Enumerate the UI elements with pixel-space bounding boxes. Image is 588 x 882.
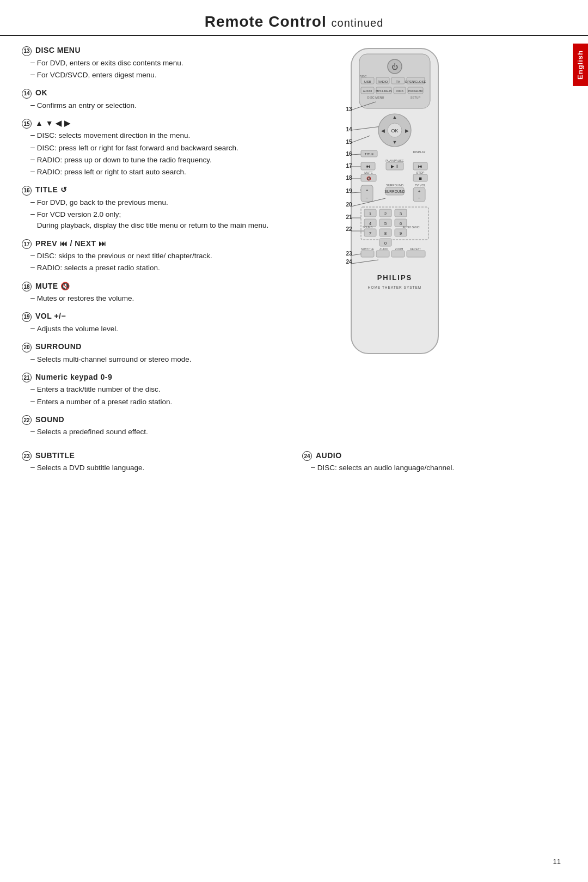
section-24: 24 AUDIO –DISC: selects an audio languag…	[302, 451, 566, 474]
svg-text:DISC: DISC	[359, 75, 366, 78]
svg-text:+: +	[366, 188, 369, 193]
section-num-14: 14	[22, 89, 32, 99]
svg-text:TV: TV	[396, 80, 400, 83]
section-title-17: PREV ⏮ / NEXT ⏭	[35, 239, 106, 248]
svg-text:SURROUND: SURROUND	[384, 190, 405, 193]
svg-text:🔇: 🔇	[366, 176, 371, 181]
svg-text:⏭: ⏭	[418, 164, 422, 169]
section-20: 20 SURROUND –Selects multi-channel surro…	[22, 342, 289, 365]
svg-text:TITLE: TITLE	[365, 153, 373, 156]
section-22: 22 SOUND –Selects a predefined sound eff…	[22, 415, 289, 438]
bottom-sections: 23 SUBTITLE –Selects a DVD subtitle lang…	[0, 451, 588, 482]
svg-text:14: 14	[346, 126, 352, 132]
svg-text:22: 22	[346, 226, 352, 232]
svg-text:REPEAT: REPEAT	[410, 247, 421, 251]
svg-text:SURROUND: SURROUND	[386, 184, 403, 187]
svg-text:−: −	[366, 196, 369, 200]
section-23: 23 SUBTITLE –Selects a DVD subtitle lang…	[22, 451, 286, 474]
svg-text:▲: ▲	[393, 114, 397, 120]
section-19: 19 VOL +/− –Adjusts the volume level.	[22, 312, 289, 334]
section-16: 16 TITLE ↺ –For DVD, go back to the prev…	[22, 185, 289, 231]
svg-text:0: 0	[384, 241, 387, 246]
svg-text:OPEN/CLOSE: OPEN/CLOSE	[405, 80, 426, 83]
svg-text:8: 8	[384, 231, 387, 236]
section-title-16: TITLE ↺	[35, 185, 67, 194]
section-title-22: SOUND	[35, 415, 64, 424]
remote-control-svg: ⏻ USB RADIO TV OPEN/CLOSE DISC AUX/DI MP…	[313, 46, 476, 362]
svg-text:17: 17	[346, 163, 352, 169]
svg-rect-97	[407, 251, 425, 257]
section-num-18: 18	[22, 282, 32, 291]
svg-text:13: 13	[346, 106, 352, 112]
svg-text:ZOOM: ZOOM	[395, 247, 403, 251]
svg-rect-96	[391, 251, 405, 257]
section-title-24: AUDIO	[316, 451, 342, 460]
remote-wrapper: ⏻ USB RADIO TV OPEN/CLOSE DISC AUX/DI MP…	[313, 46, 498, 363]
svg-text:PROGRAM: PROGRAM	[408, 89, 422, 93]
svg-text:DISPLAY: DISPLAY	[413, 150, 426, 154]
section-num-23: 23	[22, 451, 32, 461]
svg-text:SOUND: SOUND	[363, 226, 372, 229]
svg-text:⏮: ⏮	[366, 164, 370, 169]
svg-text:PLAY/PAUSE: PLAY/PAUSE	[385, 159, 404, 162]
section-21: 21 Numeric keypad 0-9 –Enters a track/ti…	[22, 373, 289, 407]
svg-text:AUDIO SYNC: AUDIO SYNC	[402, 226, 420, 229]
section-title-18: MUTE 🔇	[35, 282, 70, 290]
svg-text:23: 23	[346, 251, 352, 257]
svg-rect-95	[376, 251, 389, 257]
section-14: 14 OK –Confirms an entry or selection.	[22, 88, 289, 111]
section-title-19: VOL +/−	[35, 312, 66, 320]
svg-text:7: 7	[369, 231, 372, 236]
svg-text:2: 2	[384, 211, 387, 216]
svg-text:5: 5	[384, 221, 387, 226]
svg-text:16: 16	[346, 151, 352, 157]
section-title-20: SURROUND	[35, 342, 82, 351]
remote-image-column: ⏻ USB RADIO TV OPEN/CLOSE DISC AUX/DI MP…	[305, 46, 506, 446]
svg-text:▶: ▶	[405, 128, 409, 133]
svg-text:⏻: ⏻	[391, 63, 398, 71]
svg-text:20: 20	[346, 202, 352, 208]
svg-text:⏹: ⏹	[419, 177, 422, 180]
section-num-16: 16	[22, 186, 32, 196]
svg-text:◀: ◀	[381, 128, 385, 133]
svg-text:HOME THEATER SYSTEM: HOME THEATER SYSTEM	[368, 285, 422, 289]
section-title-21: Numeric keypad 0-9	[35, 373, 112, 381]
svg-text:DISC MENU: DISC MENU	[367, 96, 384, 99]
section-title-23: SUBTITLE	[35, 451, 75, 460]
section-17: 17 PREV ⏮ / NEXT ⏭ –DISC: skips to the p…	[22, 239, 289, 274]
section-num-17: 17	[22, 239, 32, 249]
page-header: Remote Control continued	[0, 0, 588, 36]
svg-text:21: 21	[346, 214, 352, 220]
section-title-15: ▲ ▼ ◀ ▶	[35, 119, 71, 127]
svg-text:18: 18	[346, 175, 352, 181]
section-num-19: 19	[22, 312, 32, 322]
svg-text:AUDIO: AUDIO	[379, 247, 388, 251]
svg-rect-94	[361, 251, 374, 257]
svg-text:9: 9	[400, 231, 402, 236]
svg-text:PHILIPS: PHILIPS	[377, 273, 413, 282]
svg-text:SUBTITLE: SUBTITLE	[361, 247, 375, 251]
english-tab: English	[573, 44, 588, 86]
section-num-21: 21	[22, 373, 32, 382]
svg-text:▶⏸: ▶⏸	[391, 164, 399, 169]
svg-text:TV VOL: TV VOL	[415, 184, 426, 187]
svg-text:−: −	[418, 196, 421, 200]
svg-text:3: 3	[400, 211, 402, 216]
svg-text:24: 24	[346, 259, 352, 265]
section-num-22: 22	[22, 415, 32, 425]
bottom-left: 23 SUBTITLE –Selects a DVD subtitle lang…	[22, 451, 286, 482]
svg-text:OK: OK	[391, 128, 398, 133]
svg-text:1: 1	[369, 211, 372, 216]
bottom-right: 24 AUDIO –DISC: selects an audio languag…	[302, 451, 566, 482]
section-num-24: 24	[302, 451, 312, 461]
svg-text:USB: USB	[364, 80, 371, 83]
svg-text:MUTE: MUTE	[364, 171, 373, 174]
section-num-20: 20	[22, 343, 32, 352]
svg-text:STOP: STOP	[416, 171, 425, 174]
svg-text:DOCK: DOCK	[396, 89, 404, 93]
svg-text:+: +	[418, 189, 421, 194]
svg-text:SETUP: SETUP	[411, 96, 421, 99]
section-18: 18 MUTE 🔇 –Mutes or restores the volume.	[22, 282, 289, 305]
svg-text:MP3 LINE-IN: MP3 LINE-IN	[376, 89, 392, 93]
svg-text:RADIO: RADIO	[377, 80, 388, 83]
